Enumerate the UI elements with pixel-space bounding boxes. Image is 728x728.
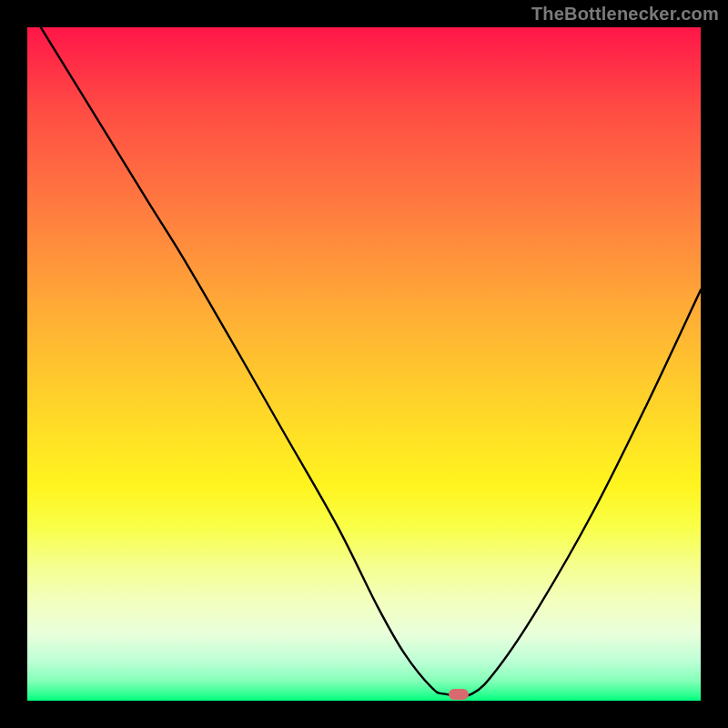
optimal-point-marker xyxy=(449,689,469,700)
chart-frame: TheBottlenecker.com xyxy=(0,0,728,728)
bottleneck-curve xyxy=(27,27,701,701)
plot-area xyxy=(27,27,701,701)
source-watermark: TheBottlenecker.com xyxy=(531,4,719,25)
